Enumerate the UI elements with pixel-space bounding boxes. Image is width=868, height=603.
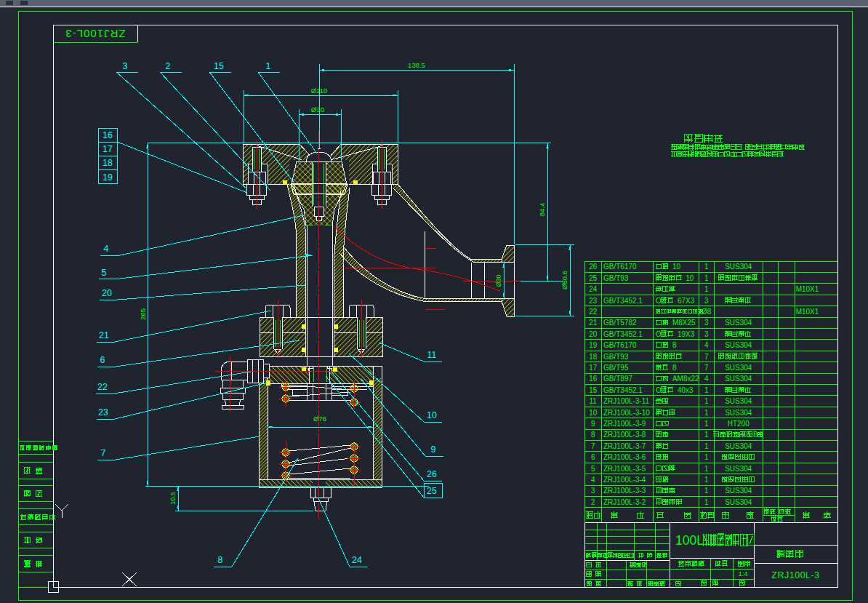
svg-text:4: 4 — [704, 341, 709, 349]
svg-text:1: 1 — [704, 431, 709, 439]
svg-text:16: 16 — [103, 130, 113, 140]
svg-text:23: 23 — [589, 297, 598, 305]
svg-text:Ø8: Ø8 — [702, 308, 712, 316]
svg-text:23: 23 — [98, 407, 108, 418]
svg-text:O: O — [656, 297, 662, 305]
svg-text:1: 1 — [704, 285, 709, 293]
svg-text:11: 11 — [427, 350, 437, 360]
svg-text:1: 1 — [704, 420, 709, 428]
svg-text:SUS304: SUS304 — [725, 375, 752, 383]
svg-text:SUS304: SUS304 — [725, 397, 752, 405]
svg-text:7: 7 — [704, 353, 709, 361]
svg-text:18: 18 — [103, 158, 113, 168]
svg-text:3: 3 — [591, 487, 595, 495]
svg-text:M8X25: M8X25 — [672, 319, 696, 327]
svg-text:1: 1 — [704, 465, 709, 473]
svg-text:5: 5 — [591, 465, 595, 473]
svg-text:7: 7 — [101, 448, 106, 458]
svg-text:1:4: 1:4 — [738, 570, 747, 578]
svg-text:25: 25 — [427, 486, 437, 496]
svg-text:1: 1 — [704, 409, 709, 417]
svg-text:1: 1 — [704, 263, 709, 271]
svg-text:6: 6 — [591, 453, 595, 461]
svg-text:1: 1 — [704, 476, 709, 484]
svg-text:ZRJ100L-3-10: ZRJ100L-3-10 — [603, 409, 650, 417]
svg-text:22: 22 — [589, 308, 598, 316]
svg-text:265: 265 — [139, 308, 147, 320]
svg-text:19X3: 19X3 — [678, 330, 695, 338]
svg-text:ZRJ100L-3-4: ZRJ100L-3-4 — [603, 476, 646, 484]
svg-text:2: 2 — [166, 61, 171, 71]
svg-text:Ø30: Ø30 — [311, 105, 324, 113]
svg-text:GB/T5782: GB/T5782 — [603, 319, 637, 327]
svg-text:SUS304: SUS304 — [725, 341, 752, 349]
svg-text:1: 1 — [704, 442, 709, 450]
svg-text:SUS304: SUS304 — [725, 442, 752, 450]
svg-text:24: 24 — [589, 285, 598, 293]
svg-text:ZRJ100L-3-9: ZRJ100L-3-9 — [603, 420, 646, 428]
svg-text:ZRJ100L-3-5: ZRJ100L-3-5 — [603, 465, 646, 473]
svg-text:GB/T3452.1: GB/T3452.1 — [603, 386, 643, 394]
svg-text:1: 1 — [704, 274, 709, 282]
svg-text:15: 15 — [589, 386, 598, 394]
svg-text:GB/T3452.1: GB/T3452.1 — [603, 297, 643, 305]
svg-text:11: 11 — [590, 397, 598, 405]
svg-text:6: 6 — [100, 355, 105, 365]
svg-text:GB/T95: GB/T95 — [603, 364, 629, 372]
svg-text:21: 21 — [589, 319, 598, 327]
svg-text:17: 17 — [103, 144, 113, 154]
svg-text:ZRJ100L-3-3: ZRJ100L-3-3 — [603, 487, 646, 495]
svg-text:20: 20 — [102, 288, 112, 298]
svg-text:SUS304: SUS304 — [725, 364, 752, 372]
svg-text:9: 9 — [431, 444, 436, 455]
svg-text:19: 19 — [589, 341, 598, 349]
svg-text:1: 1 — [704, 498, 709, 506]
svg-text:40x3: 40x3 — [678, 386, 694, 394]
svg-text:18: 18 — [589, 353, 598, 361]
svg-text:8: 8 — [218, 555, 223, 565]
svg-text:100L: 100L — [675, 533, 704, 548]
svg-text:21: 21 — [99, 330, 109, 340]
svg-text:10: 10 — [427, 410, 437, 420]
svg-text:22: 22 — [97, 382, 108, 392]
svg-text:8: 8 — [672, 364, 677, 372]
svg-text:SUS304: SUS304 — [725, 319, 752, 327]
svg-text:7: 7 — [704, 364, 709, 372]
svg-text:138.5: 138.5 — [408, 61, 425, 69]
svg-text:4: 4 — [591, 476, 595, 484]
svg-text:10.5: 10.5 — [169, 492, 177, 505]
svg-text:M10X1: M10X1 — [796, 285, 819, 293]
svg-text:Ø30: Ø30 — [495, 274, 502, 287]
svg-text:ZRJ100L-3: ZRJ100L-3 — [771, 570, 819, 580]
svg-text:10: 10 — [589, 409, 598, 417]
svg-text:ZRJ100L-3-6: ZRJ100L-3-6 — [603, 453, 646, 461]
svg-text:24: 24 — [352, 555, 362, 565]
svg-text:1: 1 — [704, 397, 709, 405]
svg-text:67X3: 67X3 — [678, 297, 695, 305]
svg-text:17: 17 — [589, 364, 598, 372]
svg-text:O: O — [656, 386, 662, 394]
svg-text:Ø110: Ø110 — [311, 87, 328, 95]
svg-text:Ø50.6: Ø50.6 — [560, 271, 568, 289]
svg-text:3: 3 — [123, 61, 128, 71]
svg-text:2: 2 — [591, 498, 595, 506]
svg-text:4: 4 — [104, 244, 109, 254]
svg-text:ZRJ100L-3: ZRJ100L-3 — [65, 28, 125, 40]
svg-text:HT200: HT200 — [728, 420, 750, 428]
svg-text:10: 10 — [686, 274, 694, 282]
svg-text:GB/T93: GB/T93 — [603, 274, 629, 282]
svg-text:SUS304: SUS304 — [725, 409, 752, 417]
svg-text:1: 1 — [704, 453, 709, 461]
svg-text:25: 25 — [589, 274, 598, 282]
svg-text:ZRJ100L-3-8: ZRJ100L-3-8 — [603, 431, 646, 439]
svg-text:3: 3 — [704, 319, 709, 327]
svg-text:1: 1 — [266, 61, 271, 71]
svg-text:SUS304: SUS304 — [725, 465, 752, 473]
svg-text:9: 9 — [591, 420, 595, 428]
svg-text:15: 15 — [214, 61, 224, 71]
svg-text:GB/T6170: GB/T6170 — [603, 341, 637, 349]
svg-text:Ø76: Ø76 — [313, 415, 326, 423]
svg-text:GB/T3452.1: GB/T3452.1 — [603, 330, 643, 338]
svg-text:ZRJ100L-3-7: ZRJ100L-3-7 — [603, 442, 646, 450]
svg-text:3: 3 — [704, 330, 709, 338]
